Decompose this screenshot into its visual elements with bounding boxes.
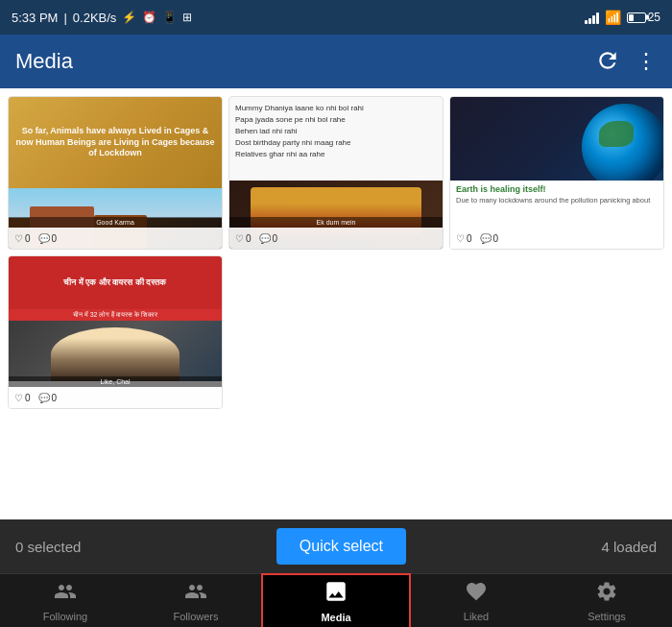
card-1-headline-area: So far, Animals have always Lived in Cag… <box>9 97 222 188</box>
card-1-source: Good Karma <box>9 217 222 228</box>
time-display: 5:33 PM <box>12 11 58 25</box>
card-3-title: Earth is healing itself! <box>456 184 658 194</box>
card-4-source: Like, Chal <box>9 376 222 387</box>
speed-display: 0.2KB/s <box>73 11 117 25</box>
settings-icon <box>595 580 618 609</box>
card-2-text: Mummy Dhaniya laane ko nhi bol rahi Papa… <box>229 97 443 181</box>
card-1-content: So far, Animals have always Lived in Cag… <box>9 97 222 249</box>
refresh-button[interactable] <box>595 48 620 76</box>
more-options-button[interactable]: ⋮ <box>636 49 657 74</box>
card-4-image <box>9 321 222 381</box>
media-card-3[interactable]: Earth is healing itself! Due to many loc… <box>449 96 664 250</box>
following-label: Following <box>43 611 87 622</box>
wifi-icon: 📶 <box>605 10 621 25</box>
heart-icon: ♡ <box>456 233 465 244</box>
card-4-content: चीन में एक और वायरस की दस्तक चीन में 32 … <box>9 256 222 408</box>
nav-item-media[interactable]: Media <box>261 573 411 628</box>
card-4-likes: ♡ 0 <box>14 393 31 403</box>
quick-select-button[interactable]: Quick select <box>276 528 406 565</box>
app-header: Media ⋮ <box>0 35 672 88</box>
card-3-likes: ♡ 0 <box>456 233 472 244</box>
card-1-likes: ♡ 0 <box>14 233 31 244</box>
comment-icon: 💬 <box>38 393 50 403</box>
nav-item-liked[interactable]: Liked <box>411 576 541 626</box>
nav-bar: Following Followers Media Liked <box>0 573 672 627</box>
liked-icon <box>465 580 488 609</box>
settings-label: Settings <box>588 611 626 622</box>
card-3-description: Due to many lockdowns around the polluti… <box>456 196 658 205</box>
followers-icon <box>184 580 207 609</box>
header-actions: ⋮ <box>595 48 657 76</box>
card-1-comments: 💬 0 <box>38 233 58 244</box>
followers-label: Followers <box>173 611 218 622</box>
comment-icon: 💬 <box>259 233 271 244</box>
heart-icon: ♡ <box>14 393 23 403</box>
card-4-headline-area: चीन में एक और वायरस की दस्तक <box>9 256 222 309</box>
comment-icon: 💬 <box>480 233 492 244</box>
battery-level: 25 <box>648 11 660 24</box>
card-3-content: Earth is healing itself! Due to many loc… <box>450 97 663 249</box>
card-4-comments: 💬 0 <box>38 393 58 403</box>
card-1-footer: ♡ 0 💬 0 <box>9 228 222 249</box>
media-card-1[interactable]: So far, Animals have always Lived in Cag… <box>8 96 223 250</box>
no-data-icon: ⚡ <box>122 11 136 24</box>
media-card-2[interactable]: Mummy Dhaniya laane ko nhi bol rahi Papa… <box>228 96 444 250</box>
main-content: So far, Animals have always Lived in Cag… <box>0 88 672 519</box>
signal-icon <box>585 11 599 24</box>
grid-icon: ⊞ <box>182 11 192 24</box>
card-4-footer: ♡ 0 💬 0 <box>9 387 222 408</box>
card-3-footer: ♡ 0 💬 0 <box>450 228 663 249</box>
media-grid: So far, Animals have always Lived in Cag… <box>8 96 664 409</box>
card-2-source: Ek dum mein <box>229 217 443 228</box>
nav-item-followers[interactable]: Followers <box>131 576 261 626</box>
status-left: 5:33 PM | 0.2KB/s ⚡ ⏰ 📱 ⊞ <box>12 11 192 25</box>
card-4-ticker: चीन में 32 लोग हैं वायरस के शिकार <box>9 309 222 321</box>
liked-label: Liked <box>464 611 489 622</box>
status-bar: 5:33 PM | 0.2KB/s ⚡ ⏰ 📱 ⊞ 📶 25 <box>0 0 672 35</box>
card-2-comments: 💬 0 <box>259 233 278 244</box>
comment-icon: 💬 <box>38 233 50 244</box>
following-icon <box>54 580 77 609</box>
media-icon <box>324 579 348 610</box>
card-2-content: Mummy Dhaniya laane ko nhi bol rahi Papa… <box>229 97 443 249</box>
media-label: Media <box>321 612 350 623</box>
alarm-icon: ⏰ <box>142 11 156 24</box>
card-3-comments: 💬 0 <box>480 233 499 244</box>
nav-item-following[interactable]: Following <box>0 576 131 626</box>
selected-count-label: 0 selected <box>15 539 81 555</box>
heart-icon: ♡ <box>235 233 244 244</box>
status-right: 📶 25 <box>585 10 660 25</box>
card-2-likes: ♡ 0 <box>235 233 252 244</box>
battery-indicator: 25 <box>627 11 660 24</box>
bottom-action-bar: 0 selected Quick select 4 loaded <box>0 519 672 573</box>
earth-sphere <box>582 104 663 181</box>
card-4-headline: चीन में एक और वायरस की दस्तक <box>63 277 166 289</box>
loaded-count-label: 4 loaded <box>601 539 657 555</box>
card-3-image <box>450 97 663 181</box>
card-2-footer: ♡ 0 💬 0 <box>229 228 443 249</box>
separator: | <box>63 11 66 25</box>
page-title: Media <box>15 49 73 74</box>
media-card-4[interactable]: चीन में एक और वायरस की दस्तक चीन में 32 … <box>8 255 223 409</box>
heart-icon: ♡ <box>14 233 23 244</box>
whatsapp-icon: 📱 <box>162 11 177 24</box>
card-1-headline: So far, Animals have always Lived in Cag… <box>14 126 216 159</box>
nav-item-settings[interactable]: Settings <box>541 576 672 626</box>
